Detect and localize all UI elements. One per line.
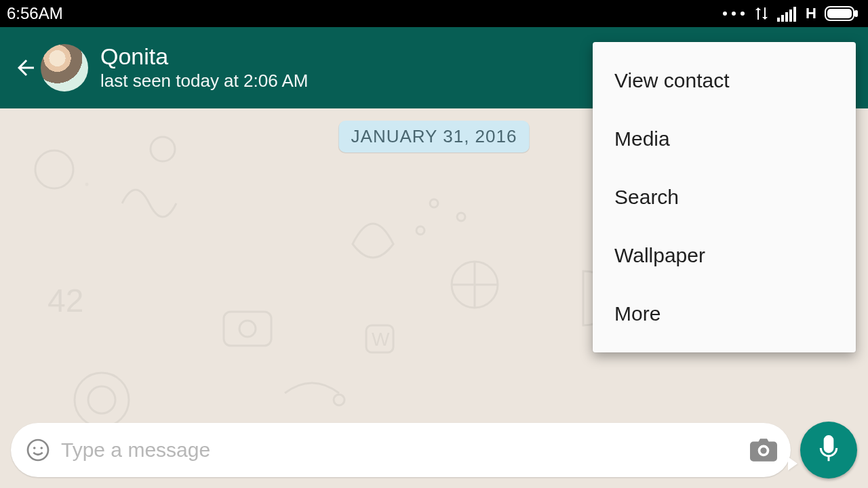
svg-point-16 [75,373,129,427]
status-time: 6:56AM [7,4,63,23]
svg-rect-3 [777,18,780,22]
svg-point-23 [457,213,465,221]
svg-point-24 [416,226,425,235]
signal-icon [777,5,797,22]
svg-point-26 [33,447,36,449]
svg-rect-6 [789,9,792,22]
svg-point-17 [88,386,115,413]
contact-avatar[interactable] [41,44,88,92]
overflow-menu: View contact Media Search Wallpaper More [593,42,856,352]
contact-name: Qonita [100,44,308,69]
svg-rect-20 [366,325,393,352]
svg-rect-10 [854,10,858,17]
svg-point-25 [28,440,48,460]
svg-point-0 [723,12,727,16]
message-input-bar [11,422,857,479]
svg-rect-5 [785,12,788,22]
status-bar: 6:56AM H [0,0,868,27]
last-seen-label: last seen today at 2:06 AM [100,70,308,92]
data-transfer-icon [754,5,769,22]
svg-point-1 [732,12,736,16]
menu-item-wallpaper[interactable]: Wallpaper [593,226,856,285]
svg-point-14 [239,321,256,337]
date-separator: JANUARY 31, 2016 [339,121,530,152]
svg-rect-13 [224,312,271,346]
more-dots-icon [722,10,746,17]
svg-text:42: 42 [47,283,83,319]
svg-point-15 [452,262,498,308]
back-button[interactable] [12,54,39,81]
svg-point-18 [334,394,344,405]
svg-point-2 [741,12,745,16]
svg-point-11 [35,150,73,188]
svg-point-27 [40,447,43,449]
menu-item-search[interactable]: Search [593,168,856,226]
svg-rect-4 [781,15,784,22]
camera-icon[interactable] [750,436,777,464]
status-icons: H [722,5,859,22]
contact-title-block[interactable]: Qonita last seen today at 2:06 AM [100,44,308,92]
menu-item-more[interactable]: More [593,285,856,343]
message-input-pill [11,423,791,477]
menu-item-view-contact[interactable]: View contact [593,52,856,110]
emoji-icon[interactable] [24,436,52,464]
menu-item-media[interactable]: Media [593,110,856,168]
battery-icon [825,6,859,21]
svg-point-12 [151,137,175,161]
svg-rect-7 [793,7,796,22]
network-type-label: H [806,5,816,22]
svg-rect-9 [827,9,852,18]
svg-text:W: W [372,329,390,350]
svg-point-22 [430,199,438,207]
voice-message-button[interactable] [800,422,857,479]
message-input[interactable] [61,439,741,462]
